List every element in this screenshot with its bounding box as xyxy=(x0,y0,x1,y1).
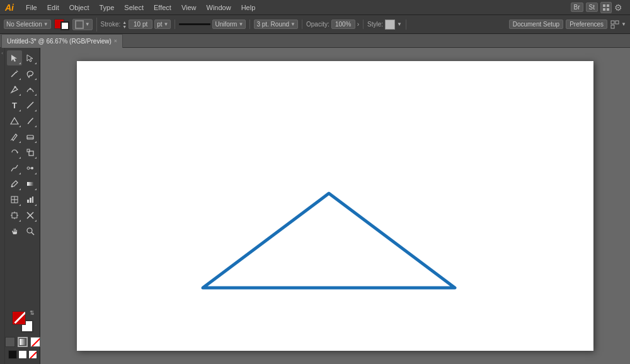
stroke-type-dropdown[interactable]: Uniform ▼ xyxy=(212,20,246,29)
tab-close-button[interactable]: × xyxy=(114,38,117,44)
arrange-icon[interactable] xyxy=(610,20,620,30)
selection-label: No Selection xyxy=(6,21,42,28)
none-icon[interactable] xyxy=(30,337,40,347)
svg-rect-3 xyxy=(607,8,609,11)
gradient-icon[interactable] xyxy=(18,337,28,347)
svg-marker-14 xyxy=(11,118,18,124)
svg-point-21 xyxy=(27,167,30,169)
white-swatch[interactable] xyxy=(18,350,27,359)
stroke-unit-dropdown[interactable]: pt ▼ xyxy=(154,20,171,29)
stock-button[interactable]: St xyxy=(586,3,598,12)
opacity-label: Opacity: xyxy=(306,21,329,28)
selection-tool[interactable] xyxy=(7,50,22,65)
pencil-tool[interactable] xyxy=(7,129,22,144)
magic-wand-tool[interactable] xyxy=(7,66,22,81)
svg-rect-16 xyxy=(27,135,33,139)
tab-bar: Untitled-3* @ 66.67% (RGB/Preview) × xyxy=(0,34,630,48)
svg-line-15 xyxy=(11,139,12,140)
hand-tool[interactable] xyxy=(7,224,22,239)
arrange-chevron: ▼ xyxy=(621,21,626,27)
gradient-tool[interactable] xyxy=(23,176,38,191)
tab-title: Untitled-3* @ 66.67% (RGB/Preview) xyxy=(7,38,112,45)
paintbrush-tool[interactable] xyxy=(23,113,38,128)
opacity-value[interactable]: 100% xyxy=(331,20,355,29)
arrange-icons: ▼ xyxy=(610,20,626,30)
line-tool[interactable] xyxy=(23,98,38,113)
lasso-tool[interactable] xyxy=(23,66,38,81)
menu-view[interactable]: View xyxy=(177,3,201,13)
svg-line-13 xyxy=(27,102,33,108)
stroke-preview xyxy=(179,23,210,25)
eyedropper-tool[interactable] xyxy=(7,176,22,191)
stroke-value[interactable]: 10 pt xyxy=(129,20,152,29)
style-swatch[interactable] xyxy=(385,20,395,30)
default-colors-row xyxy=(8,350,37,359)
rotate-tool[interactable] xyxy=(7,145,22,160)
svg-rect-30 xyxy=(30,198,32,203)
curvature-tool[interactable] xyxy=(23,82,38,97)
canvas-area[interactable] xyxy=(40,48,630,364)
svg-rect-6 xyxy=(611,25,614,28)
zoom-tool[interactable] xyxy=(23,224,38,239)
artboard-tool[interactable] xyxy=(7,208,22,223)
sync-icon[interactable]: ⚙ xyxy=(614,3,622,13)
svg-line-40 xyxy=(32,232,34,235)
document-tab[interactable]: Untitled-3* @ 66.67% (RGB/Preview) × xyxy=(1,34,123,48)
canvas-svg xyxy=(77,61,593,351)
svg-rect-32 xyxy=(12,213,17,218)
stroke-label: Stroke: xyxy=(101,21,121,28)
pen-tool[interactable] xyxy=(7,82,22,97)
scale-tool[interactable] xyxy=(23,145,38,160)
fill-box xyxy=(12,311,26,325)
direct-selection-tool[interactable] xyxy=(23,50,38,65)
svg-rect-29 xyxy=(27,200,29,203)
svg-point-24 xyxy=(11,186,13,188)
selection-dropdown[interactable]: No Selection ▼ xyxy=(4,20,51,29)
more-options-icon[interactable]: › xyxy=(357,21,359,28)
tools-panel: T xyxy=(5,48,40,364)
fill-type-dropdown[interactable]: ▼ xyxy=(72,19,93,30)
graph-tool[interactable] xyxy=(23,192,38,207)
triangle-shape[interactable] xyxy=(203,193,455,288)
fill-stroke-pair[interactable]: ⇅ xyxy=(11,310,35,334)
document-setup-button[interactable]: Document Setup xyxy=(509,20,564,29)
mesh-tool[interactable] xyxy=(7,192,22,207)
svg-marker-8 xyxy=(27,55,33,62)
svg-point-39 xyxy=(27,228,32,233)
panel-toggle[interactable]: ‹ xyxy=(0,48,5,364)
blend-tool[interactable] xyxy=(23,161,38,176)
stroke-style-label: 3 pt. Round xyxy=(256,21,289,28)
none-swatch[interactable] xyxy=(28,350,37,359)
color-icon[interactable] xyxy=(5,337,15,347)
artboard xyxy=(77,61,593,351)
style-label: Style: xyxy=(367,21,383,28)
stroke-stepper[interactable]: ▲▼ xyxy=(122,20,127,29)
workspace-switcher[interactable] xyxy=(600,2,612,13)
menu-select[interactable]: Select xyxy=(120,3,148,13)
warp-tool[interactable] xyxy=(7,161,22,176)
preferences-button[interactable]: Preferences xyxy=(566,20,607,29)
svg-line-9 xyxy=(11,72,16,77)
eraser-tool[interactable] xyxy=(23,129,38,144)
stroke-style-dropdown[interactable]: 3 pt. Round ▼ xyxy=(254,20,298,29)
bridge-button[interactable]: Br xyxy=(571,3,583,12)
ai-logo: Ai xyxy=(3,3,16,13)
fill-chevron: ▼ xyxy=(85,21,90,27)
svg-rect-5 xyxy=(616,21,619,24)
svg-rect-2 xyxy=(603,8,605,11)
menu-effect[interactable]: Effect xyxy=(149,3,176,13)
svg-rect-25 xyxy=(27,182,33,186)
menu-help[interactable]: Help xyxy=(237,3,260,13)
slice-tool[interactable] xyxy=(23,208,38,223)
black-swatch[interactable] xyxy=(8,350,17,359)
main-area: ‹ xyxy=(0,48,630,364)
menu-window[interactable]: Window xyxy=(202,3,236,13)
svg-marker-18 xyxy=(17,151,18,154)
shape-tool[interactable] xyxy=(7,113,22,128)
menu-edit[interactable]: Edit xyxy=(43,3,64,13)
menu-file[interactable]: File xyxy=(21,3,42,13)
menu-object[interactable]: Object xyxy=(65,3,94,13)
type-tool[interactable]: T xyxy=(7,98,22,113)
selection-chevron: ▼ xyxy=(43,21,49,27)
menu-type[interactable]: Type xyxy=(95,3,119,13)
